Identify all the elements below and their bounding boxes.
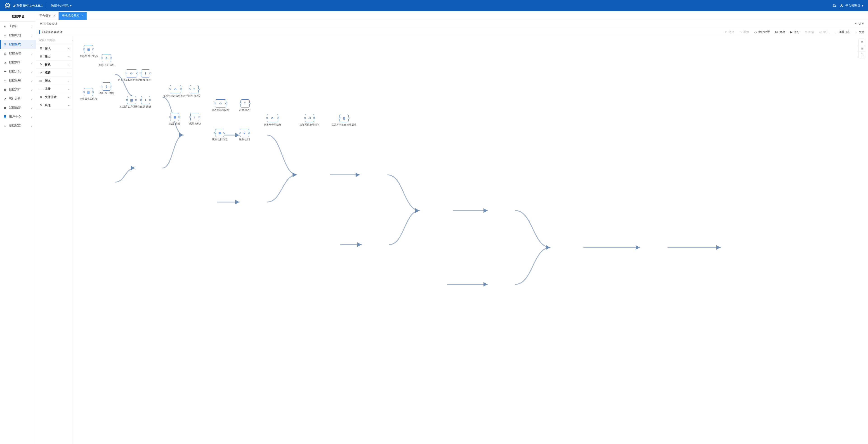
flow-node[interactable]: ⟳宽表与商机融合	[212, 99, 229, 112]
output-port[interactable]	[149, 72, 151, 74]
input-port[interactable]	[101, 86, 103, 88]
flow-node[interactable]: ↧贴源-跟进	[140, 96, 151, 108]
more-button[interactable]: ⌄更多	[855, 30, 865, 34]
output-port[interactable]	[313, 117, 315, 119]
sidebar-item-0[interactable]: ★工作台⌄	[0, 22, 36, 31]
output-port[interactable]	[223, 132, 225, 134]
tab-1[interactable]: 清洗流程开发×	[59, 12, 87, 20]
back-button[interactable]: ↶ 返回	[855, 22, 864, 26]
search-input[interactable]	[38, 39, 72, 42]
flow-node[interactable]: ↧贴源-商机2	[189, 113, 201, 125]
input-port[interactable]	[140, 99, 142, 101]
palette-category-0[interactable]: ⊞输入⌄	[36, 44, 72, 53]
sidebar-item-11[interactable]: ∷基础配置⌄	[0, 121, 36, 130]
node-box[interactable]: ⟳	[215, 99, 226, 107]
node-box[interactable]: ↧	[190, 113, 199, 121]
input-port[interactable]	[189, 116, 191, 118]
user-menu[interactable]: 平台管理员 ▾	[839, 4, 864, 8]
palette-category-2[interactable]: ↻转换⌄	[36, 61, 72, 69]
node-box[interactable]: ⟳	[170, 85, 181, 93]
input-port[interactable]	[266, 117, 268, 119]
palette-category-5[interactable]: ⋯连接⌄	[36, 85, 72, 93]
input-port[interactable]	[214, 132, 216, 134]
input-port[interactable]	[126, 99, 128, 101]
node-box[interactable]: ↧	[240, 129, 249, 137]
output-port[interactable]	[277, 117, 279, 119]
notifications-icon[interactable]	[832, 3, 836, 8]
input-port[interactable]	[169, 88, 170, 90]
flow-node[interactable]: ▦治理层员工信息	[80, 88, 97, 101]
node-box[interactable]: ↧	[141, 69, 150, 77]
input-port[interactable]	[83, 48, 85, 50]
palette-search[interactable]: ⌕	[36, 36, 72, 44]
sidebar-item-6[interactable]: △数据应用⌄	[0, 76, 36, 85]
zoom-in-button[interactable]: ⊕	[859, 39, 865, 45]
tenant-dropdown[interactable]: 数据中台演示 ▾	[51, 4, 72, 8]
flow-canvas[interactable]: ⊕ ⊖ ⛶ ▦贴源库-客户信息↧贴源-客户信息⟳员工信息和客户信息融合↧治理-宽…	[73, 36, 868, 444]
flow-node[interactable]: ↧贴源-合同	[239, 129, 250, 141]
palette-category-4[interactable]: ▤脚本⌄	[36, 77, 72, 85]
sidebar-item-1[interactable]: ≣数据规划⌄	[0, 31, 36, 40]
input-port[interactable]	[189, 88, 191, 90]
flow-node[interactable]: ↧治理-员工信息	[98, 82, 114, 95]
palette-category-7[interactable]: ⊙其他⌄	[36, 101, 72, 109]
input-port[interactable]	[214, 103, 216, 104]
close-icon[interactable]: ×	[53, 14, 55, 18]
input-port[interactable]	[125, 72, 127, 74]
node-box[interactable]: ↧	[102, 82, 111, 91]
params-button[interactable]: ⚙参数设置	[754, 30, 770, 34]
output-port[interactable]	[110, 86, 112, 88]
palette-category-6[interactable]: 🗎文件传输⌄	[36, 93, 72, 101]
node-box[interactable]: ↧	[102, 54, 111, 62]
node-box[interactable]: ⏱	[305, 114, 314, 122]
sidebar-item-2[interactable]: ⚙数据集成⌄	[0, 40, 36, 49]
node-box[interactable]: ▦	[84, 45, 93, 53]
input-port[interactable]	[339, 117, 340, 119]
output-port[interactable]	[249, 103, 250, 104]
save-button[interactable]: 🖫保存	[775, 30, 785, 34]
flow-node[interactable]: ▦贴源库-客户信息	[80, 45, 98, 58]
sidebar-item-7[interactable]: ▦数据资产⌄	[0, 85, 36, 94]
flow-node[interactable]: ▦关系库表输出治理层员	[332, 114, 356, 127]
flow-node[interactable]: ↧治理-宽表	[140, 69, 151, 82]
output-port[interactable]	[198, 116, 200, 118]
flow-node[interactable]: ↧贴源-客户信息	[98, 54, 114, 67]
sidebar-item-10[interactable]: 👤用户中心⌄	[0, 112, 36, 121]
input-port[interactable]	[169, 116, 171, 118]
flow-node[interactable]: ⟳宽表与跟进信息表融合	[163, 85, 188, 98]
output-port[interactable]	[149, 99, 151, 101]
sidebar-item-3[interactable]: ◍数据治理⌄	[0, 49, 36, 58]
node-box[interactable]: ⟳	[126, 69, 137, 77]
input-port[interactable]	[240, 103, 241, 104]
node-box[interactable]: ▦	[340, 114, 348, 122]
output-port[interactable]	[110, 57, 112, 59]
output-port[interactable]	[135, 99, 137, 101]
output-port[interactable]	[180, 88, 182, 90]
sidebar-item-4[interactable]: ☁数据共享⌄	[0, 58, 36, 67]
zoom-out-button[interactable]: ⊖	[859, 45, 865, 52]
palette-category-1[interactable]: ⊟输出⌄	[36, 53, 72, 61]
output-port[interactable]	[178, 116, 180, 118]
output-port[interactable]	[136, 72, 138, 74]
input-port[interactable]	[140, 72, 142, 74]
node-box[interactable]: ▦	[127, 96, 136, 104]
flow-node[interactable]: ⟳宽表与合同融合	[264, 114, 281, 127]
logs-button[interactable]: ☰查看日志	[834, 30, 850, 34]
flow-node[interactable]: ▦贴源库客户跟进信息	[120, 96, 143, 108]
flow-node[interactable]: ↧治理-宽表3	[239, 99, 251, 112]
input-port[interactable]	[101, 57, 103, 59]
node-box[interactable]: ⟳	[267, 114, 278, 122]
node-box[interactable]: ▦	[215, 129, 224, 137]
fit-screen-button[interactable]: ⛶	[859, 52, 865, 58]
output-port[interactable]	[248, 132, 250, 134]
input-port[interactable]	[304, 117, 306, 119]
output-port[interactable]	[198, 88, 199, 90]
flow-node[interactable]: ↧治理-宽表2	[188, 85, 200, 98]
tab-0[interactable]: 平台概览×	[36, 12, 59, 20]
sidebar-item-9[interactable]: ▮▮监控预警⌄	[0, 103, 36, 112]
flow-node[interactable]: ▦贴源-商机	[169, 113, 180, 125]
flow-node[interactable]: ⏱获取系统处理时间	[300, 114, 319, 127]
node-box[interactable]: ↧	[190, 85, 199, 93]
node-box[interactable]: ▦	[84, 88, 93, 96]
palette-category-3[interactable]: ⇄流程⌄	[36, 69, 72, 77]
